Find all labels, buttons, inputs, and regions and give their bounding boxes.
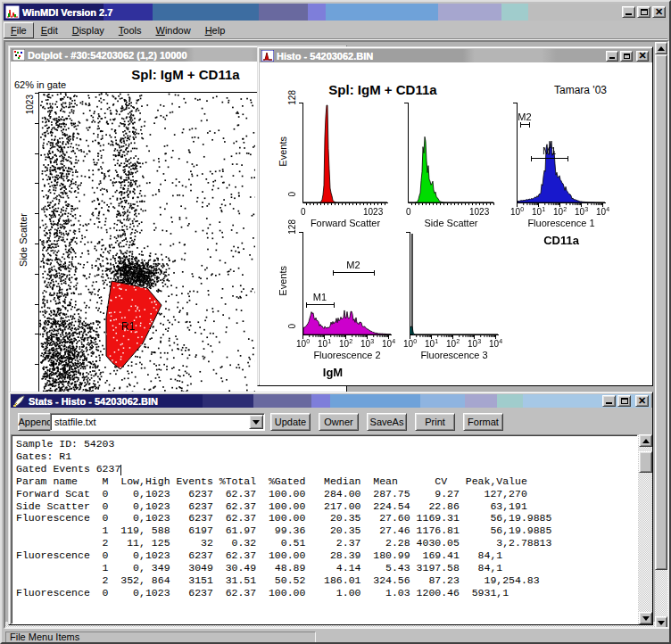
dotplot-scatter-plot[interactable] — [39, 93, 255, 394]
app-title: WinMDI Version 2.7 — [22, 7, 112, 18]
fluorescence-2-histogram-plot[interactable] — [299, 232, 393, 341]
side-scatter-xtick-max: 1023 — [469, 207, 489, 217]
dotplot-chart-title: Spl: IgM + CD11a — [87, 67, 284, 82]
fluorescence-1-xtick-10e4: 104 — [596, 207, 609, 217]
stats-close-button[interactable]: ✕ — [635, 395, 649, 407]
y-axis-tick — [35, 153, 38, 154]
down-triangle-icon — [642, 616, 650, 621]
menu-item-edit[interactable]: Edit — [34, 22, 65, 38]
owner-button[interactable]: Owner — [319, 413, 359, 431]
stats-minimize-button[interactable] — [602, 395, 616, 407]
print-button[interactable]: Print — [415, 413, 455, 431]
forward-scatter-ylabel: Events — [278, 136, 288, 167]
stats-scroll-down-button[interactable] — [639, 612, 652, 624]
fluorescence-3-xlabel: Fluorescence 3 — [401, 350, 508, 360]
update-button[interactable]: Update — [270, 413, 311, 431]
mdi-scroll-down-button[interactable] — [655, 616, 667, 629]
fluorescence-3-histogram-plot[interactable] — [406, 232, 500, 341]
stats-toolbar: Append: statfile.txt UpdateOwnerSaveAsPr… — [11, 408, 652, 434]
winmdi-application-window: WinMDI Version 2.7 ✕ FileEditDisplayTool… — [0, 0, 671, 644]
histo-title-bar[interactable]: Histo - 54203062.BIN ✕ — [260, 49, 650, 62]
stats-maximize-button[interactable] — [617, 395, 631, 407]
fluorescence-1-marker-m1-label: M1 — [543, 145, 556, 156]
mdi-client-area: Dotplot - #30:54203062 (1,2) 10000 Spl: … — [4, 40, 669, 629]
forward-scatter-xtick-min: 0 — [301, 207, 306, 217]
y-axis-tick — [35, 304, 38, 305]
fluorescence-2-marker-m2[interactable] — [333, 272, 375, 273]
down-triangle-icon — [253, 420, 260, 425]
up-triangle-icon — [642, 439, 650, 443]
up-triangle-icon — [658, 46, 665, 51]
fluorescence-3-xtick-10e1: 101 — [425, 339, 438, 349]
dotplot-window-title: Dotplot - #30:54203062 (1,2) 10000 — [28, 50, 187, 61]
histo-minimize-button[interactable] — [606, 51, 618, 62]
format-button[interactable]: Format — [463, 413, 503, 431]
fluorescence-2-xtick-10e1: 101 — [318, 339, 331, 349]
histo-content: Spl: IgM + CD11a Tamara '03 01023Forward… — [260, 62, 652, 385]
main-title-bar[interactable]: WinMDI Version 2.7 ✕ — [4, 4, 667, 21]
forward-scatter-histogram-plot[interactable] — [299, 103, 389, 209]
app-icon — [5, 5, 20, 19]
menu-item-file[interactable]: File — [4, 22, 34, 38]
fluorescence-2-xlabel: Fluorescence 2 — [294, 350, 401, 360]
fluorescence-1-xlabel: Fluorescence 1 — [508, 218, 615, 228]
histo-window-title: Histo - 54203062.BIN — [277, 51, 373, 62]
y-axis-tick — [35, 364, 38, 365]
fluorescence-1-xtick-10e3: 103 — [575, 207, 588, 217]
histo-close-button[interactable]: ✕ — [636, 51, 649, 62]
menu-item-window[interactable]: Window — [148, 22, 197, 38]
histo-maximize-button[interactable] — [620, 51, 633, 62]
menu-item-tools[interactable]: Tools — [112, 22, 149, 38]
fluorescence-3-xtick-10e2: 102 — [446, 339, 460, 349]
side-scatter-xlabel: Side Scatter — [398, 218, 505, 228]
menu-bar: FileEditDisplayToolsWindowHelp — [4, 21, 667, 39]
fluorescence-2-bold-label: IgM — [279, 366, 386, 379]
histo-annotation: Tamara '03 — [554, 84, 607, 96]
histo-chart-title: Spl: IgM + CD11a — [285, 82, 481, 97]
forward-scatter-xlabel: Forward Scatter — [292, 218, 399, 228]
fluorescence-2-marker-m1[interactable] — [306, 304, 335, 305]
y-axis-tick — [35, 93, 38, 94]
histo-window: Histo - 54203062.BIN ✕ Spl: IgM + CD11a … — [257, 46, 653, 386]
statfile-combobox-value: statfile.txt — [54, 417, 95, 427]
fluorescence-3-xtick-10e3: 103 — [468, 339, 481, 349]
stats-scrollbar-thumb[interactable] — [639, 451, 652, 473]
fluorescence-2-marker-m2-label: M2 — [346, 260, 360, 270]
y-axis-tick — [35, 244, 38, 244]
gate-percent-label: 62% in gate — [14, 79, 66, 90]
status-message: File Menu Items — [5, 632, 316, 643]
stats-report-text[interactable]: Sample ID: 54203 Gates: R1 Gated Events … — [16, 438, 551, 599]
fluorescence-2-xtick-10e2: 102 — [339, 339, 352, 349]
fluorescence-1-marker-m1[interactable] — [531, 158, 567, 159]
maximize-button[interactable] — [637, 6, 650, 18]
combobox-dropdown-button[interactable] — [249, 415, 263, 429]
stats-text-area[interactable]: Sample ID: 54203 Gates: R1 Gated Events … — [11, 434, 638, 624]
down-triangle-icon — [658, 621, 665, 625]
saveas-button[interactable]: SaveAs — [367, 413, 407, 431]
minimize-button[interactable] — [622, 6, 635, 18]
menu-item-help[interactable]: Help — [198, 22, 233, 38]
fluorescence-1-xtick-10e1: 101 — [532, 207, 545, 217]
stats-vertical-scrollbar[interactable] — [638, 434, 652, 624]
fluorescence-1-marker-m2-label: M2 — [518, 111, 531, 122]
y-axis-tick — [35, 334, 38, 334]
mdi-scrollbar-thumb[interactable] — [655, 54, 667, 570]
mdi-scroll-up-button[interactable] — [655, 42, 667, 54]
fluorescence-1-bold-label: CD11a — [508, 234, 615, 247]
mdi-vertical-scrollbar[interactable] — [655, 42, 667, 629]
fluorescence-3-xtick-10e4: 104 — [489, 339, 502, 349]
forward-scatter-xtick-max: 1023 — [363, 207, 383, 217]
fluorescence-2-ymax-label: 128 — [287, 219, 297, 235]
fluorescence-2-ylabel: Events — [278, 266, 288, 296]
fluorescence-1-marker-m2[interactable] — [520, 124, 530, 125]
y-axis-tick — [35, 213, 38, 214]
side-scatter-histogram-plot[interactable] — [404, 103, 495, 209]
fluorescence-2-xtick-10e0: 100 — [296, 339, 310, 349]
statfile-combobox[interactable]: statfile.txt — [50, 413, 265, 431]
fluorescence-2-ymin-label: 0 — [287, 324, 297, 329]
stats-scroll-up-button[interactable] — [639, 434, 652, 447]
stats-title-bar[interactable]: Stats - Histo - 54203062.BIN ✕ — [11, 394, 650, 408]
y-axis-tick — [35, 183, 38, 184]
close-button[interactable]: ✕ — [652, 6, 666, 18]
menu-item-display[interactable]: Display — [65, 22, 112, 38]
